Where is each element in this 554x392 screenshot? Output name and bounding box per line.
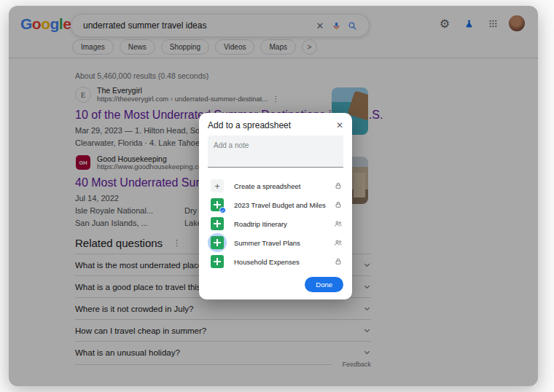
list-item-label: 2023 Travel Budget and Miles [234,201,326,209]
add-to-spreadsheet-dialog: Add to a spreadsheet ✕ + Create a spread… [199,113,352,299]
sheets-icon [211,236,224,249]
done-button[interactable]: Done [305,277,343,292]
dialog-title: Add to a spreadsheet [208,120,291,130]
plus-icon: + [211,179,224,192]
list-item-spreadsheet-selected[interactable]: Summer Travel Plans [208,233,343,252]
people-icon [333,219,343,228]
list-item-spreadsheet[interactable]: ✓ 2023 Travel Budget and Miles [208,195,343,214]
list-item-label: Household Expenses [234,258,326,266]
search-results-page: Google ✕ ⚙ Images News Shopping Videos M… [9,6,538,386]
people-icon [333,238,343,247]
list-item-label: Create a spreadsheet [234,182,326,190]
sheets-icon [211,217,224,230]
sheets-icon [211,255,224,268]
lock-icon [333,201,343,208]
list-item-label: Summer Travel Plans [234,239,326,247]
check-badge-icon: ✓ [219,207,226,213]
note-input[interactable] [208,136,343,168]
close-icon[interactable]: ✕ [336,121,343,130]
spreadsheet-list: + Create a spreadsheet ✓ 2023 Travel Bud… [208,176,343,271]
lock-icon [333,182,343,189]
list-item-spreadsheet[interactable]: Household Expenses [208,252,343,271]
list-item-spreadsheet[interactable]: Roadtrip Itinerary [208,214,343,233]
list-item-label: Roadtrip Itinerary [234,220,326,228]
list-item-create-spreadsheet[interactable]: + Create a spreadsheet [208,176,343,195]
lock-icon [333,258,343,265]
